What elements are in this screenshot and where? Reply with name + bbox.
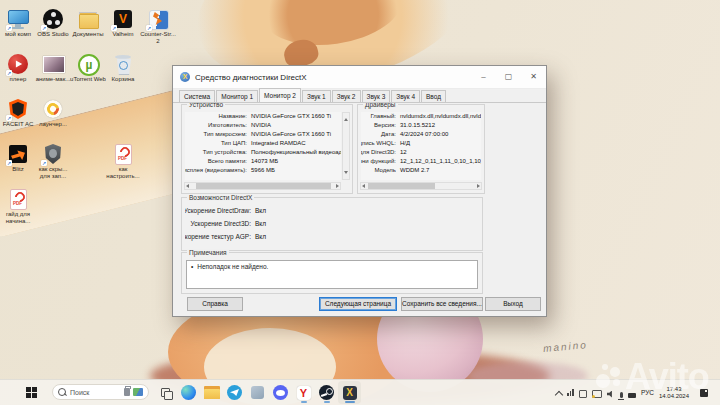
taskbar: Поиск YX РУС 17:43 14.04.2024 (0, 379, 720, 405)
directx-features-groupbox: Возможности DirectX Ускорение DirectDraw… (181, 197, 483, 251)
taskbar-apps: YX (154, 381, 361, 404)
desktop-icon-documents-folder[interactable]: Документы (70, 8, 106, 38)
taskbar-gray-app-icon[interactable] (246, 381, 269, 404)
taskbar-yandex-browser-icon[interactable]: Y (292, 381, 315, 404)
desktop-icon-label: как настроить... (105, 166, 141, 180)
pdf-icon: PDF (7, 188, 29, 210)
device-horizontal-scrollbar[interactable] (184, 182, 341, 190)
taskbar-discord-icon[interactable] (269, 381, 292, 404)
desktop-icon-label: мой комп (0, 31, 36, 38)
window-titlebar[interactable]: X Средство диагностики DirectX – ▢ ✕ (173, 66, 546, 89)
tab-звук-3[interactable]: Звук 3 (362, 90, 391, 102)
info-label: Всего памяти: (185, 157, 247, 166)
utorrent-icon: µ (77, 53, 99, 75)
info-label: Модель (361, 166, 396, 175)
taskbar-dxdiag-icon[interactable]: X (338, 381, 361, 404)
info-value: 12_1,12_0,11_1,11_0,10_1,10_0,9_3 (396, 157, 481, 166)
taskbar-file-explorer-icon[interactable] (200, 381, 223, 404)
pdf-icon: PDF (112, 143, 134, 165)
desktop-icon-launcher[interactable]: лаунчер... (35, 98, 71, 128)
tab-монитор-1[interactable]: Монитор 1 (216, 90, 258, 102)
info-row: МодельWDDM 2.7 (361, 166, 481, 175)
info-row: Ускорение текстур AGP:Вкл (185, 232, 479, 245)
desktop-icon-label: uTorrent Web (70, 76, 106, 83)
info-value: 12 (396, 148, 407, 157)
save-all-button[interactable]: Сохранить все сведения... (401, 297, 483, 311)
info-value: Вкл (251, 206, 266, 219)
taskbar-telegram-icon[interactable] (223, 381, 246, 404)
device-vertical-scrollbar[interactable] (342, 112, 350, 180)
info-row: Тип устройства:Полнофункциональный видео… (185, 148, 341, 157)
notes-textbox[interactable]: • Неполадок не найдено. (186, 260, 478, 289)
desktop-icon-pdf-document-1[interactable]: PDFкак настроить... (105, 143, 141, 180)
screen-capture-icon[interactable] (592, 384, 602, 402)
desktop-icon-tanks-game[interactable]: ↗как скры... для зап... (35, 143, 71, 180)
volume-icon[interactable] (607, 384, 615, 402)
microphone-icon[interactable] (620, 384, 623, 402)
taskbar-steam-icon[interactable] (315, 381, 338, 404)
info-row: Тип ЦАП:Integrated RAMDAC (185, 139, 341, 148)
tab-звук-4[interactable]: Звук 4 (391, 90, 420, 102)
desktop-icon-blitz[interactable]: ↗Blitz (0, 143, 36, 173)
info-label: Дата: (361, 130, 396, 139)
desktop-icon-valheim[interactable]: V↗Valheim (105, 8, 141, 38)
info-label: Ускорение Direct3D: (185, 219, 251, 232)
drivers-horizontal-scrollbar[interactable] (360, 182, 482, 190)
info-row: Подпись WHQL:Н/Д (361, 139, 481, 148)
info-label: Изготовитель: (185, 121, 247, 130)
info-row: Ускорение Direct3D:Вкл (185, 219, 479, 232)
clock-date: 14.04.2024 (659, 393, 689, 400)
drivers-info-list: Главный:nvldumdx.dll,nvldumdx.dll,nvldum… (361, 112, 481, 180)
exit-button[interactable]: Выход (485, 297, 541, 311)
network-icon[interactable] (567, 389, 574, 396)
dxdiag-window: X Средство диагностики DirectX – ▢ ✕ Сис… (172, 65, 547, 317)
desktop-icon-utorrent-web[interactable]: µuTorrent Web (70, 53, 106, 83)
notes-groupbox-title: Примечания (187, 249, 229, 256)
desktop-icon-this-pc[interactable]: ↗мой комп (0, 8, 36, 38)
tab-монитор-2[interactable]: Монитор 2 (259, 88, 301, 102)
shortcut-arrow-icon: ↗ (146, 25, 152, 31)
faceit-icon: ↗ (7, 98, 29, 120)
vgame-icon: V↗ (112, 8, 134, 30)
desktop-icon-recycle-bin[interactable]: Корзина (105, 53, 141, 83)
start-button-icon[interactable] (26, 387, 37, 398)
secure-box-icon[interactable] (579, 384, 587, 402)
info-label: Название: (185, 112, 247, 121)
search-icon (58, 388, 66, 396)
close-button[interactable]: ✕ (521, 66, 546, 88)
desktop-icon-pdf-document-2[interactable]: PDFгайд для начина... (0, 188, 36, 225)
search-input[interactable]: Поиск (52, 384, 149, 400)
desktop-icon-label: Valheim (105, 31, 141, 38)
pc-icon: ↗ (7, 8, 29, 30)
desktop-icon-obs-studio[interactable]: ↗OBS Studio (35, 8, 71, 38)
taskbar-clock[interactable]: 17:43 14.04.2024 (659, 386, 689, 400)
info-value: nvldumdx.dll,nvldumdx.dll,nvldumdx.d (396, 112, 481, 121)
desktop-icon-faceit-ac[interactable]: ↗FACEIT AC (0, 98, 36, 128)
info-label: Ускорение DirectDraw: (185, 206, 251, 219)
language-indicator[interactable]: РУС (641, 389, 654, 396)
desktop-icon-counter-strike-2[interactable]: ↗Counter-Str... 2 (140, 8, 176, 45)
help-button[interactable]: Справка (187, 297, 243, 311)
desktop: manino ↗мой комп↗OBS StudioДокументыV↗Va… (0, 0, 720, 405)
desktop-icon-label: плеер (0, 76, 36, 83)
tab-звук-2[interactable]: Звук 2 (332, 90, 361, 102)
info-label: Тип микросхем: (185, 130, 247, 139)
tab-ввод[interactable]: Ввод (421, 90, 446, 102)
desktop-icon-media-player[interactable]: ↗плеер (0, 53, 36, 83)
black-widget-icon[interactable] (628, 384, 636, 402)
tab-звук-1[interactable]: Звук 1 (302, 90, 331, 102)
active-indicator (301, 401, 307, 403)
notification-center-icon[interactable] (700, 389, 708, 397)
info-row: Название:NVIDIA GeForce GTX 1660 Ti (185, 112, 341, 121)
maximize-button[interactable]: ▢ (496, 66, 521, 88)
info-row: Версия:31.0.15.5212 (361, 121, 481, 130)
minimize-button[interactable]: – (471, 66, 496, 88)
tab-система[interactable]: Система (179, 90, 215, 102)
next-page-button[interactable]: Следующая страница (319, 297, 397, 311)
taskbar-task-view-icon[interactable] (154, 381, 177, 404)
taskbar-edge-icon[interactable] (177, 381, 200, 404)
hidden-icons-chevron-icon[interactable] (556, 384, 562, 402)
info-label: Главный: (361, 112, 396, 121)
info-value: NVIDIA GeForce GTX 1660 Ti (247, 112, 331, 121)
desktop-icon-anime-image[interactable]: аниме-мак... (35, 53, 71, 83)
